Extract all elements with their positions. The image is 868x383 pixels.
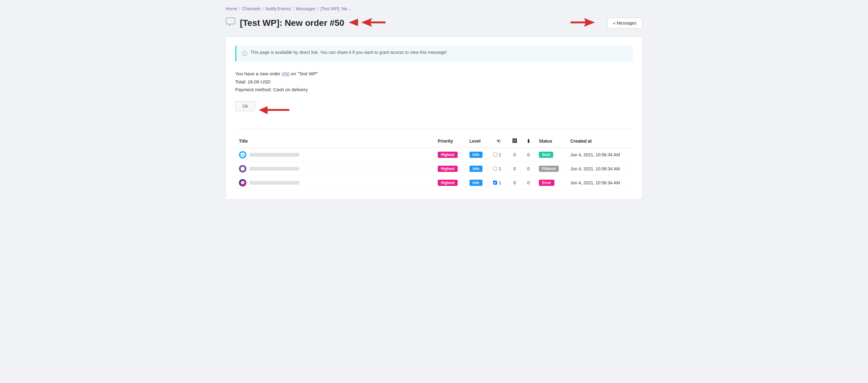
ok-button[interactable]: Ok bbox=[235, 101, 255, 111]
level-badge: Info bbox=[469, 166, 483, 172]
svg-rect-5 bbox=[268, 109, 289, 111]
viber-icon bbox=[239, 165, 246, 173]
count1: 1 bbox=[499, 166, 501, 171]
cell-image-count: 0 bbox=[507, 161, 522, 176]
level-badge: Info bbox=[469, 152, 483, 158]
cell-checkbox[interactable]: 1 bbox=[489, 148, 507, 162]
table-row: HighestInfo100SentJun 4, 2021, 10:56:34 … bbox=[235, 148, 633, 162]
page-title-group: [Test WP]: New order #50 bbox=[225, 17, 386, 29]
cell-title bbox=[235, 148, 434, 162]
priority-badge: Highest bbox=[438, 180, 458, 186]
cell-priority: Highest bbox=[434, 161, 466, 176]
col-header-hand: ☜ bbox=[489, 136, 507, 148]
col-header-level: Level bbox=[466, 136, 489, 148]
svg-marker-4 bbox=[259, 106, 268, 114]
cell-created-at: Jun 4, 2021, 10:56:34 AM bbox=[566, 161, 633, 176]
info-circle-icon: ⓘ bbox=[242, 50, 247, 57]
header-right: « Messages bbox=[570, 17, 643, 29]
checkbox-input[interactable] bbox=[493, 167, 497, 171]
status-badge: Filtered bbox=[539, 166, 558, 172]
svg-marker-3 bbox=[570, 18, 595, 27]
cell-level: Info bbox=[466, 161, 489, 176]
table-wrapper: Title Priority Level ☜ 🖼 ⬇ Status bbox=[235, 136, 633, 190]
col-header-attach: ⬇ bbox=[522, 136, 535, 148]
channel-name-blurred bbox=[249, 167, 299, 171]
breadcrumb-channels[interactable]: Channels bbox=[242, 6, 260, 11]
cell-attach-count: 0 bbox=[522, 176, 535, 189]
cell-status: Error bbox=[535, 176, 566, 189]
ok-section: Ok bbox=[235, 101, 633, 120]
svg-marker-2 bbox=[349, 19, 358, 26]
priority-badge: Highest bbox=[438, 152, 458, 158]
cell-created-at: Jun 4, 2021, 10:56:34 AM bbox=[566, 148, 633, 162]
col-header-image: 🖼 bbox=[507, 136, 522, 148]
table-row: HighestInfo100ErrorJun 4, 2021, 10:56:34… bbox=[235, 176, 633, 189]
red-arrow-left-icon bbox=[349, 17, 386, 29]
cell-created-at: Jun 4, 2021, 10:56:34 AM bbox=[566, 176, 633, 189]
ok-red-arrow-icon bbox=[259, 105, 290, 116]
col-header-status: Status bbox=[535, 136, 566, 148]
channel-name-blurred bbox=[249, 181, 299, 185]
svg-marker-0 bbox=[361, 18, 385, 27]
cell-priority: Highest bbox=[434, 148, 466, 162]
priority-badge: Highest bbox=[438, 166, 458, 172]
cell-checkbox[interactable]: 1 bbox=[489, 161, 507, 176]
breadcrumb-messages[interactable]: Messages bbox=[296, 6, 316, 11]
message-body: You have a new order #50 on "Test WP" To… bbox=[235, 70, 633, 94]
col-header-title: Title bbox=[235, 136, 434, 148]
checkbox-input[interactable] bbox=[493, 153, 497, 157]
messenger-icon bbox=[239, 179, 246, 186]
messages-button[interactable]: « Messages bbox=[607, 18, 643, 28]
order-link[interactable]: #50 bbox=[282, 71, 290, 76]
breadcrumb-notify-events[interactable]: Notify.Events bbox=[266, 6, 290, 11]
content-card: ⓘ This page is available by direct link.… bbox=[225, 36, 643, 200]
banner-text: This page is available by direct link. Y… bbox=[250, 50, 447, 55]
page-header: [Test WP]: New order #50 « Messages bbox=[225, 17, 643, 29]
cell-checkbox[interactable]: 1 bbox=[489, 176, 507, 189]
cell-level: Info bbox=[466, 148, 489, 162]
cell-status: Sent bbox=[535, 148, 566, 162]
cell-status: Filtered bbox=[535, 161, 566, 176]
checkbox-input[interactable] bbox=[493, 181, 497, 185]
col-header-priority: Priority bbox=[434, 136, 466, 148]
status-badge: Error bbox=[539, 180, 554, 186]
cell-title bbox=[235, 176, 434, 189]
cell-attach-count: 0 bbox=[522, 148, 535, 162]
status-badge: Sent bbox=[539, 152, 553, 158]
cell-image-count: 0 bbox=[507, 176, 522, 189]
red-arrow-right-icon bbox=[570, 17, 607, 29]
count1: 1 bbox=[499, 180, 501, 185]
table-row: HighestInfo100FilteredJun 4, 2021, 10:56… bbox=[235, 161, 633, 176]
telegram-icon bbox=[239, 151, 246, 158]
chat-icon bbox=[225, 17, 236, 29]
hand-pointer-icon: ☜ bbox=[496, 139, 501, 144]
col-header-created: Created at bbox=[566, 136, 633, 148]
page-title: [Test WP]: New order #50 bbox=[240, 18, 344, 28]
message-line3: Payment method: Cash on delivery bbox=[235, 86, 633, 94]
cell-attach-count: 0 bbox=[522, 161, 535, 176]
breadcrumb: Home / Channels / Notify.Events / Messag… bbox=[225, 6, 643, 11]
breadcrumb-home[interactable]: Home bbox=[225, 6, 237, 11]
cell-priority: Highest bbox=[434, 176, 466, 189]
cell-level: Info bbox=[466, 176, 489, 189]
count1: 1 bbox=[499, 152, 501, 157]
message-line1: You have a new order #50 on "Test WP" bbox=[235, 70, 633, 78]
level-badge: Info bbox=[469, 180, 483, 186]
info-banner: ⓘ This page is available by direct link.… bbox=[235, 46, 633, 62]
image-icon: 🖼 bbox=[512, 138, 517, 144]
notifications-table: Title Priority Level ☜ 🖼 ⬇ Status bbox=[235, 136, 633, 190]
divider bbox=[235, 128, 633, 129]
attachment-icon: ⬇ bbox=[526, 139, 530, 144]
channel-name-blurred bbox=[249, 153, 299, 157]
cell-image-count: 0 bbox=[507, 148, 522, 162]
cell-title bbox=[235, 161, 434, 176]
breadcrumb-current[interactable]: [Test WP]: Ne… bbox=[320, 6, 351, 11]
message-line2: Total: 16.00 USD bbox=[235, 78, 633, 86]
